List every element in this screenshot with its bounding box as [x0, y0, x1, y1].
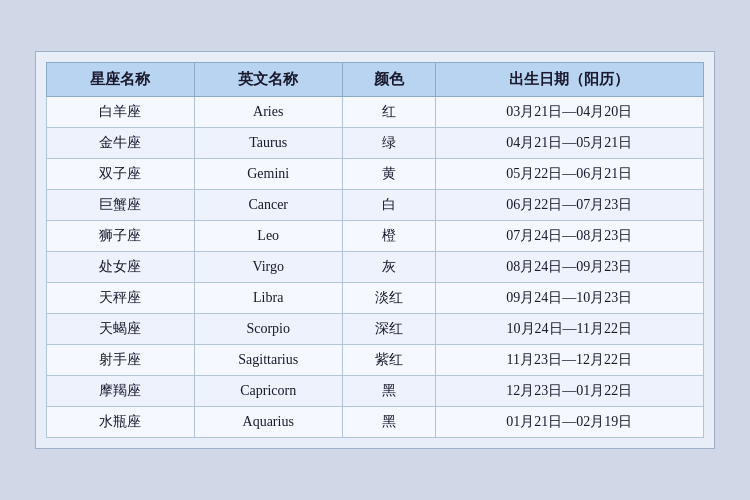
zodiac-table-container: 星座名称 英文名称 颜色 出生日期（阳历） 白羊座Aries红03月21日—04…	[35, 51, 715, 449]
cell-english-name: Leo	[194, 221, 342, 252]
table-row: 摩羯座Capricorn黑12月23日—01月22日	[47, 376, 704, 407]
table-header-row: 星座名称 英文名称 颜色 出生日期（阳历）	[47, 63, 704, 97]
cell-dates: 12月23日—01月22日	[435, 376, 703, 407]
cell-color: 淡红	[342, 283, 435, 314]
cell-dates: 07月24日—08月23日	[435, 221, 703, 252]
cell-color: 黑	[342, 376, 435, 407]
cell-dates: 09月24日—10月23日	[435, 283, 703, 314]
cell-color: 绿	[342, 128, 435, 159]
cell-english-name: Aquarius	[194, 407, 342, 438]
cell-dates: 04月21日—05月21日	[435, 128, 703, 159]
cell-english-name: Scorpio	[194, 314, 342, 345]
cell-english-name: Libra	[194, 283, 342, 314]
header-english-name: 英文名称	[194, 63, 342, 97]
table-row: 射手座Sagittarius紫红11月23日—12月22日	[47, 345, 704, 376]
cell-color: 白	[342, 190, 435, 221]
table-row: 天蝎座Scorpio深红10月24日—11月22日	[47, 314, 704, 345]
table-body: 白羊座Aries红03月21日—04月20日金牛座Taurus绿04月21日—0…	[47, 97, 704, 438]
cell-dates: 06月22日—07月23日	[435, 190, 703, 221]
cell-chinese-name: 天秤座	[47, 283, 195, 314]
cell-color: 灰	[342, 252, 435, 283]
cell-english-name: Aries	[194, 97, 342, 128]
cell-color: 紫红	[342, 345, 435, 376]
cell-chinese-name: 白羊座	[47, 97, 195, 128]
cell-english-name: Sagittarius	[194, 345, 342, 376]
cell-color: 深红	[342, 314, 435, 345]
cell-dates: 03月21日—04月20日	[435, 97, 703, 128]
cell-dates: 08月24日—09月23日	[435, 252, 703, 283]
cell-chinese-name: 处女座	[47, 252, 195, 283]
cell-chinese-name: 双子座	[47, 159, 195, 190]
cell-dates: 10月24日—11月22日	[435, 314, 703, 345]
cell-dates: 05月22日—06月21日	[435, 159, 703, 190]
cell-chinese-name: 摩羯座	[47, 376, 195, 407]
cell-chinese-name: 金牛座	[47, 128, 195, 159]
header-color: 颜色	[342, 63, 435, 97]
header-dates: 出生日期（阳历）	[435, 63, 703, 97]
cell-chinese-name: 巨蟹座	[47, 190, 195, 221]
table-row: 巨蟹座Cancer白06月22日—07月23日	[47, 190, 704, 221]
table-row: 双子座Gemini黄05月22日—06月21日	[47, 159, 704, 190]
cell-english-name: Cancer	[194, 190, 342, 221]
table-row: 天秤座Libra淡红09月24日—10月23日	[47, 283, 704, 314]
zodiac-table: 星座名称 英文名称 颜色 出生日期（阳历） 白羊座Aries红03月21日—04…	[46, 62, 704, 438]
cell-color: 红	[342, 97, 435, 128]
table-row: 狮子座Leo橙07月24日—08月23日	[47, 221, 704, 252]
table-row: 金牛座Taurus绿04月21日—05月21日	[47, 128, 704, 159]
cell-color: 黄	[342, 159, 435, 190]
table-row: 处女座Virgo灰08月24日—09月23日	[47, 252, 704, 283]
cell-chinese-name: 水瓶座	[47, 407, 195, 438]
cell-chinese-name: 狮子座	[47, 221, 195, 252]
table-row: 白羊座Aries红03月21日—04月20日	[47, 97, 704, 128]
cell-english-name: Gemini	[194, 159, 342, 190]
cell-color: 橙	[342, 221, 435, 252]
cell-dates: 11月23日—12月22日	[435, 345, 703, 376]
cell-color: 黑	[342, 407, 435, 438]
table-row: 水瓶座Aquarius黑01月21日—02月19日	[47, 407, 704, 438]
cell-english-name: Capricorn	[194, 376, 342, 407]
cell-dates: 01月21日—02月19日	[435, 407, 703, 438]
header-chinese-name: 星座名称	[47, 63, 195, 97]
cell-chinese-name: 射手座	[47, 345, 195, 376]
cell-chinese-name: 天蝎座	[47, 314, 195, 345]
cell-english-name: Taurus	[194, 128, 342, 159]
cell-english-name: Virgo	[194, 252, 342, 283]
